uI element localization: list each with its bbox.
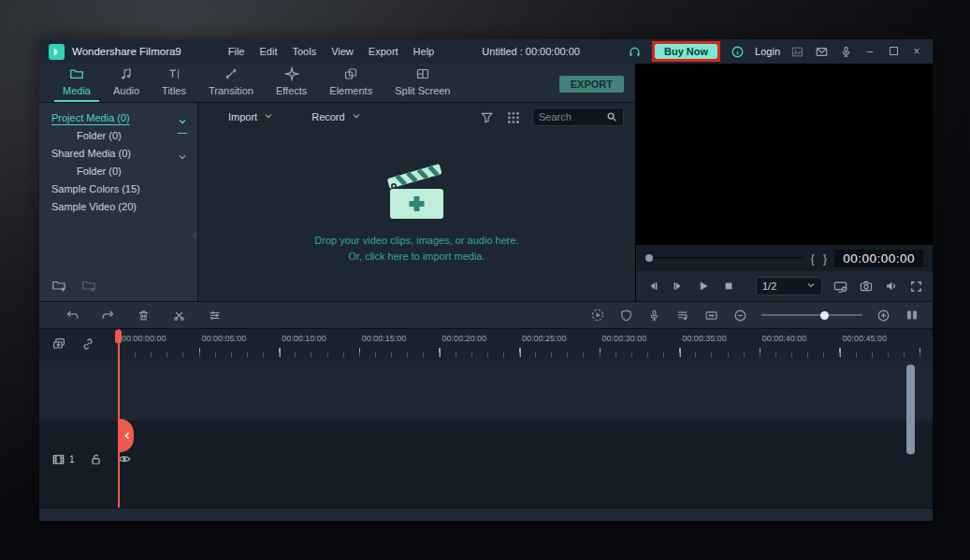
timeline-toolbar [39, 301, 933, 329]
menu-edit[interactable]: Edit [260, 46, 278, 57]
sidebar-item-project-media[interactable]: Project Media (0) [39, 109, 197, 127]
close-button[interactable]: × [910, 45, 923, 58]
ruler-minor-ticks [119, 352, 933, 357]
record-dropdown[interactable]: Record [311, 111, 360, 122]
tab-elements[interactable]: Elements [321, 62, 381, 102]
snapshot-gallery-icon[interactable] [790, 45, 804, 59]
menu-file[interactable]: File [228, 46, 245, 57]
sidebar-item-sample-colors[interactable]: Sample Colors (15) [39, 180, 197, 198]
preview-seek-bar[interactable] [645, 257, 803, 259]
tab-effects[interactable]: Effects [268, 62, 315, 102]
play-button[interactable] [696, 279, 711, 294]
video-track-icon [51, 452, 65, 467]
record-voiceover-icon[interactable] [647, 309, 661, 323]
sparkle-icon [284, 66, 299, 83]
search-box [532, 108, 624, 126]
voiceover-mic-icon[interactable] [839, 45, 853, 59]
filter-funnel-icon[interactable] [480, 110, 494, 124]
chevron-down-icon [352, 111, 361, 122]
search-input[interactable] [539, 111, 602, 122]
media-sidebar: Project Media (0) Folder (0) Shared Medi… [39, 103, 198, 301]
timeline-vertical-scrollbar[interactable] [906, 365, 915, 454]
seek-handle[interactable] [645, 254, 653, 262]
timeline-ruler[interactable]: 00:00:00:00 00:00:05:00 00:00:10:00 00:0… [39, 329, 933, 361]
stop-button[interactable] [721, 279, 736, 294]
zoom-to-fit-icon[interactable] [703, 309, 719, 323]
undo-icon[interactable] [65, 309, 80, 323]
tab-label: Effects [276, 85, 307, 96]
timeline-zoom-slider[interactable] [761, 314, 862, 316]
ruler-tick-label: 00:00:35:00 [682, 334, 727, 343]
upper-section: Media Audio Titles Transition [39, 64, 933, 301]
redo-icon[interactable] [101, 309, 115, 323]
ruler-tick-label: 00:00:45:00 [842, 334, 887, 343]
maximize-icon [890, 47, 898, 55]
track-manager-icon[interactable] [905, 308, 919, 323]
action-cam-shield-icon[interactable] [619, 309, 633, 323]
fullscreen-icon[interactable] [909, 280, 923, 294]
tab-transition[interactable]: Transition [200, 62, 262, 102]
advanced-adjust-icon[interactable] [208, 309, 222, 323]
tab-label: Elements [329, 85, 372, 96]
add-folder-icon[interactable] [51, 278, 66, 293]
tab-media[interactable]: Media [54, 62, 99, 102]
sidebar-item-folder-1[interactable]: Folder (0) [39, 127, 197, 145]
delete-folder-icon[interactable] [81, 278, 96, 293]
video-track-lane [39, 421, 933, 508]
ruler-left-tools [51, 337, 95, 352]
split-scissors-icon[interactable] [172, 309, 186, 323]
grid-view-icon[interactable] [507, 111, 519, 123]
menu-view[interactable]: View [331, 46, 354, 57]
menu-help[interactable]: Help [413, 46, 435, 57]
tab-split-screen[interactable]: Split Screen [386, 62, 458, 102]
import-label: Import [228, 111, 257, 122]
lock-track-icon[interactable] [89, 452, 103, 467]
sidebar-item-shared-media[interactable]: Shared Media (0) [39, 145, 197, 163]
add-track-icon[interactable] [51, 337, 66, 352]
tab-label: Media [63, 85, 91, 96]
sidebar-collapse-handle[interactable] [192, 232, 196, 239]
sidebar-item-folder-2[interactable]: Folder (0) [39, 163, 197, 180]
tab-audio[interactable]: Audio [105, 62, 148, 102]
track-number: 1 [69, 454, 75, 465]
media-panel: Import Record [198, 103, 635, 301]
login-button[interactable]: Login [755, 46, 780, 57]
maximize-button[interactable] [887, 45, 900, 58]
snapshot-camera-icon[interactable] [859, 279, 874, 294]
import-dropdown[interactable]: Import [228, 111, 273, 122]
zoom-out-icon[interactable] [733, 309, 747, 323]
ruler-tick-label: 00:00:20:00 [442, 334, 486, 343]
playhead-ruler-marker[interactable] [115, 330, 122, 343]
volume-icon[interactable] [884, 279, 899, 294]
display-settings-icon[interactable] [832, 279, 848, 294]
zoom-in-icon[interactable] [876, 309, 890, 323]
media-panel-header: Import Record [198, 103, 635, 131]
buy-now-button[interactable]: Buy Now [655, 44, 717, 59]
mark-in-button[interactable]: { [810, 251, 814, 266]
ruler-tick-label: 00:00:15:00 [362, 334, 407, 343]
support-headset-icon[interactable] [628, 45, 642, 59]
export-button[interactable]: EXPORT [559, 76, 624, 93]
minimize-button[interactable]: – [863, 45, 876, 58]
render-preview-icon[interactable] [590, 308, 605, 323]
zoom-slider-handle[interactable] [820, 311, 829, 320]
tab-titles[interactable]: Titles [153, 62, 195, 102]
timeline-right-tools [590, 308, 919, 323]
mark-out-button[interactable]: } [823, 251, 827, 266]
menu-export[interactable]: Export [369, 46, 398, 57]
playback-quality-select[interactable]: 1/2 [756, 277, 822, 295]
previous-frame-button[interactable] [645, 279, 660, 294]
next-frame-button[interactable] [671, 279, 686, 294]
menu-tools[interactable]: Tools [292, 46, 316, 57]
feedback-mail-icon[interactable] [815, 45, 829, 59]
preview-timecode: 00:00:00:00 [834, 250, 923, 267]
info-icon[interactable] [731, 45, 745, 59]
timeline-tracks-area: 1 [39, 361, 933, 508]
sidebar-item-sample-video[interactable]: Sample Video (20) [39, 198, 197, 216]
media-drop-zone[interactable]: Drop your video clips, images, or audio … [198, 131, 635, 301]
ruler-tick-label: 00:00:00:00 [122, 334, 166, 343]
link-icon[interactable] [80, 337, 95, 352]
media-view-controls [480, 108, 624, 126]
audio-mixer-icon[interactable] [675, 309, 689, 323]
delete-trash-icon[interactable] [137, 309, 151, 323]
